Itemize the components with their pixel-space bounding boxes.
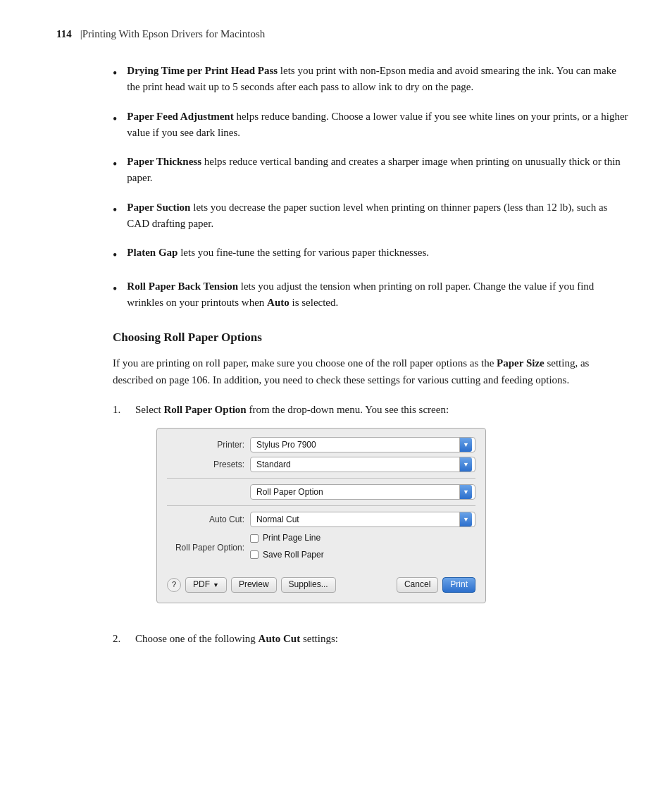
term-paper-feed: Paper Feed Adjustment [127, 111, 233, 122]
preview-button[interactable]: Preview [231, 577, 277, 593]
arrow-icon: ▼ [463, 460, 469, 469]
list-item-step2: 2. Choose one of the following Auto Cut … [113, 630, 630, 647]
step1-pre: Select [135, 404, 163, 415]
panel-select[interactable]: Roll Paper Option ▼ [250, 484, 475, 500]
print-button[interactable]: Print [442, 577, 475, 593]
print-page-line-label: Print Page Line [263, 531, 321, 545]
term-platen-gap: Platen Gap [127, 247, 178, 258]
arrow-icon: ▼ [463, 440, 469, 450]
bullet-text: Paper Suction lets you decrease the pape… [127, 199, 630, 233]
term-drying-time: Drying Time per Print Head Pass [127, 65, 278, 76]
step2-pre: Choose one of the following [135, 633, 259, 644]
presets-select[interactable]: Standard ▼ [250, 457, 475, 472]
panel-value: Roll Paper Option [254, 486, 459, 499]
printer-row: Printer: Stylus Pro 7900 ▼ [167, 437, 475, 452]
bullet-body-4: lets you fine-tune the setting for vario… [178, 247, 429, 258]
page-number: 114 [56, 28, 72, 40]
printer-select[interactable]: Stylus Pro 7900 ▼ [250, 437, 475, 452]
print-page-line-checkbox[interactable] [250, 534, 259, 543]
arrow-icon: ▼ [463, 515, 469, 524]
autocut-row: Auto Cut: Normal Cut ▼ [167, 512, 475, 527]
autocut-label: Auto Cut: [167, 513, 244, 526]
bullet-text: Platen Gap lets you fine-tune the settin… [127, 245, 630, 261]
divider [167, 478, 475, 479]
bullet-icon: • [113, 201, 117, 221]
section-paragraph: If you are printing on roll paper, make … [113, 355, 630, 388]
list-item-step1: 1. Select Roll Paper Option from the dro… [113, 401, 630, 620]
footer-left: ? PDF ▼ Preview Supplies.. [167, 577, 336, 593]
step-text-2: Choose one of the following Auto Cut set… [135, 630, 630, 647]
list-item: • Paper Thickness helps reduce vertical … [113, 154, 630, 187]
step-number-1: 1. [113, 401, 127, 418]
bullet-icon: • [113, 155, 117, 175]
dialog-screenshot: Printer: Stylus Pro 7900 ▼ Presets: [156, 428, 486, 603]
bullet-body-6: is selected. [290, 297, 339, 308]
printer-label: Printer: [167, 438, 244, 452]
checkbox-row-1: Print Page Line [250, 531, 324, 545]
roll-paper-option-label: Roll Paper Option: [167, 541, 244, 555]
bullet-icon: • [113, 64, 117, 84]
save-roll-paper-label: Save Roll Paper [263, 548, 324, 562]
step2-bold: Auto Cut [259, 633, 301, 644]
page-header: 114 | Printing With Epson Drivers for Ma… [56, 28, 630, 40]
list-item: • Roll Paper Back Tension lets you adjus… [113, 278, 630, 312]
bullet-text: Drying Time per Print Head Pass lets you… [127, 63, 630, 96]
supplies-button[interactable]: Supplies... [281, 577, 336, 593]
section-heading: Choosing Roll Paper Options [113, 331, 630, 345]
bullet-list: • Drying Time per Print Head Pass lets y… [113, 63, 630, 311]
supplies-label: Supplies... [289, 578, 328, 591]
cancel-label: Cancel [404, 578, 430, 591]
pdf-label: PDF [193, 578, 210, 591]
term-paper-suction: Paper Suction [127, 202, 190, 213]
checkboxes-area: Print Page Line Save Roll Paper [250, 531, 324, 564]
bullet-body-3: lets you decrease the paper suction leve… [127, 202, 607, 229]
arrow-icon: ▼ [463, 487, 469, 497]
presets-label: Presets: [167, 458, 244, 472]
preview-label: Preview [239, 578, 269, 591]
page: 114 | Printing With Epson Drivers for Ma… [0, 0, 672, 688]
step-text-1: Select Roll Paper Option from the drop-d… [135, 401, 630, 620]
bullet-body-2: helps reduce vertical banding and create… [127, 156, 621, 183]
autocut-value: Normal Cut [254, 513, 459, 526]
list-item: • Paper Suction lets you decrease the pa… [113, 199, 630, 233]
bullet-text: Roll Paper Back Tension lets you adjust … [127, 278, 630, 312]
bullet-text: Paper Feed Adjustment helps reduce bandi… [127, 109, 630, 142]
autocut-dropdown-arrow[interactable]: ▼ [459, 512, 472, 526]
presets-value: Standard [254, 458, 459, 472]
bullet-icon: • [113, 110, 117, 130]
save-roll-paper-checkbox[interactable] [250, 550, 259, 559]
printer-value: Stylus Pro 7900 [254, 438, 459, 452]
list-item: • Drying Time per Print Head Pass lets y… [113, 63, 630, 96]
panel-dropdown-arrow[interactable]: ▼ [459, 485, 472, 499]
term-roll-paper-tension: Roll Paper Back Tension [127, 281, 238, 292]
bullet-icon: • [113, 246, 117, 266]
divider2 [167, 505, 475, 506]
step2-post: settings: [300, 633, 338, 644]
presets-row: Presets: Standard ▼ [167, 457, 475, 472]
list-item: • Platen Gap lets you fine-tune the sett… [113, 245, 630, 266]
cancel-button[interactable]: Cancel [397, 577, 438, 593]
presets-dropdown-arrow[interactable]: ▼ [459, 457, 472, 472]
term-paper-thickness: Paper Thickness [127, 156, 201, 167]
dialog-footer: ? PDF ▼ Preview Supplies.. [167, 572, 475, 593]
help-button[interactable]: ? [167, 578, 181, 592]
step-number-2: 2. [113, 630, 127, 647]
bullet-text: Paper Thickness helps reduce vertical ba… [127, 154, 630, 187]
footer-right: Cancel Print [397, 577, 475, 593]
step1-post: from the drop-down menu. You see this sc… [247, 404, 449, 415]
paper-size-term: Paper Size [497, 357, 545, 369]
panel-row: Roll Paper Option ▼ [167, 484, 475, 500]
para-pre: If you are printing on roll paper, make … [113, 357, 497, 369]
checkbox-row-2: Save Roll Paper [250, 548, 324, 562]
roll-paper-option-row: Roll Paper Option: Print Page Line Save … [167, 531, 475, 564]
bullet-icon: • [113, 280, 117, 300]
pdf-button[interactable]: PDF ▼ [185, 577, 227, 593]
step1-bold: Roll Paper Option [163, 404, 246, 415]
numbered-list: 1. Select Roll Paper Option from the dro… [113, 401, 630, 646]
autocut-select[interactable]: Normal Cut ▼ [250, 512, 475, 527]
auto-inline: Auto [267, 297, 290, 308]
print-label: Print [450, 578, 468, 591]
list-item: • Paper Feed Adjustment helps reduce ban… [113, 109, 630, 142]
printer-dropdown-arrow[interactable]: ▼ [459, 438, 472, 452]
content-area: • Drying Time per Print Head Pass lets y… [113, 63, 630, 647]
